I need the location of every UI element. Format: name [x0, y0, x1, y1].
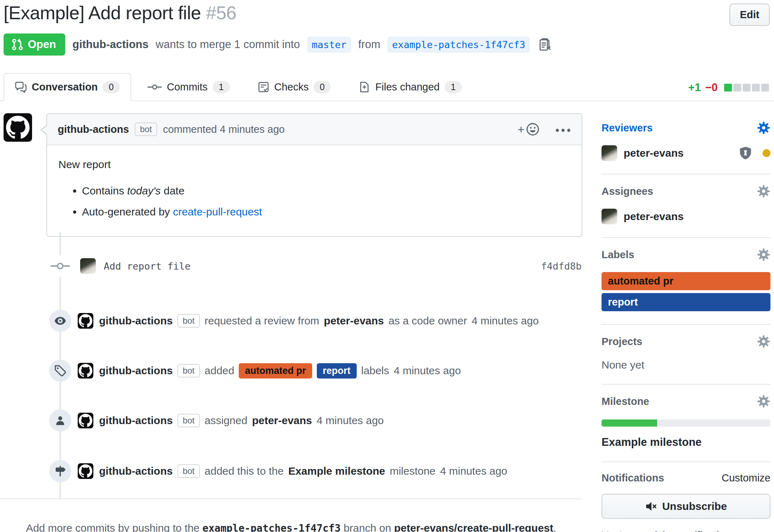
event-actor-avatar[interactable] — [78, 413, 93, 428]
diff-block — [743, 84, 750, 92]
event-author[interactable]: github-actions — [99, 414, 173, 427]
git-commit-icon — [148, 81, 162, 93]
bot-badge: bot — [177, 464, 200, 478]
event-actor-avatar[interactable] — [78, 313, 93, 329]
notifications-header: Notifications Customize — [602, 472, 770, 484]
event-target[interactable]: Example milestone — [288, 465, 385, 477]
assignee-row: peter-evans — [602, 209, 770, 224]
comment-author-avatar[interactable] — [4, 113, 32, 142]
tab-conversation[interactable]: Conversation 0 — [4, 73, 131, 101]
tasklist-icon — [258, 81, 269, 93]
page-title: [Example] Add report file #56 — [4, 2, 236, 24]
comment-kebab-menu[interactable] — [555, 124, 571, 135]
comment-intro: New report — [58, 157, 570, 172]
labels-title: Labels — [602, 249, 634, 261]
person-icon — [49, 410, 71, 432]
diffstat-blocks — [723, 84, 769, 92]
pr-state-badge: Open — [4, 33, 65, 56]
tab-files-changed[interactable]: Files changed 1 — [347, 73, 473, 101]
label-automated-pr[interactable]: automated pr — [239, 363, 312, 379]
event-target[interactable]: peter-evans — [252, 414, 312, 427]
event-text: github-actions bot requested a review fr… — [99, 314, 539, 328]
file-diff-icon — [358, 81, 370, 93]
event-author[interactable]: github-actions — [99, 315, 173, 327]
reviewer-avatar[interactable] — [602, 145, 617, 161]
event-post: as a code owner — [388, 315, 467, 327]
bullet1-em: today's — [127, 185, 161, 197]
tab-checks[interactable]: Checks 0 — [246, 73, 342, 101]
tab-label: Checks — [274, 81, 309, 93]
plus-sign: + — [517, 123, 525, 135]
labels-section: Labels automated pr report — [602, 237, 770, 324]
commit-author-avatar[interactable] — [80, 258, 96, 274]
shield-icon — [738, 146, 753, 160]
head-branch-chip[interactable]: example-patches-1f47cf3 — [387, 37, 530, 53]
tab-commits[interactable]: Commits 1 — [136, 73, 241, 101]
edit-button[interactable]: Edit — [729, 4, 770, 26]
unsubscribe-label: Unsubscribe — [662, 500, 727, 512]
milestone-icon — [49, 460, 71, 482]
customize-link[interactable]: Customize — [722, 472, 770, 484]
comment-author[interactable]: github-actions — [58, 124, 129, 135]
event-actor-avatar[interactable] — [78, 363, 93, 379]
lead-comment: github-actions bot commented 4 minutes a… — [46, 113, 582, 237]
label-report[interactable]: report — [317, 363, 357, 379]
sidebar-label-report[interactable]: report — [602, 293, 770, 311]
event-time: 4 minutes ago — [394, 365, 461, 377]
commit-message[interactable]: Add report file — [104, 261, 191, 272]
assignee-name[interactable]: peter-evans — [624, 210, 683, 223]
comment-body: New report Contains today's date Auto-ge… — [47, 145, 582, 236]
milestone-name[interactable]: Example milestone — [602, 436, 770, 449]
push-note-pre: Add more commits by pushing to the — [26, 522, 202, 532]
event-author[interactable]: github-actions — [99, 465, 173, 477]
timeline-footer-divider — [0, 499, 582, 499]
pr-author[interactable]: github-actions — [72, 38, 149, 51]
pull-request-page: { "header": { "title": "[Example] Add re… — [0, 0, 774, 532]
pr-state-label: Open — [28, 38, 56, 51]
assignee-avatar[interactable] — [602, 209, 617, 224]
push-note-mid: branch on — [341, 522, 394, 532]
copy-branch-icon[interactable] — [538, 38, 551, 51]
event-pre: requested a review from — [205, 315, 319, 327]
push-note-branch: example-patches-1f47cf3 — [202, 522, 341, 532]
event-time: 4 minutes ago — [317, 414, 384, 427]
diff-block — [752, 84, 760, 92]
labels-gear-icon[interactable] — [757, 248, 770, 261]
tab-count: 0 — [314, 81, 331, 93]
bullet2-pre: Auto-generated by — [82, 206, 173, 218]
add-reaction-button[interactable]: + — [517, 122, 540, 136]
assignees-gear-icon[interactable] — [757, 184, 770, 198]
milestone-title: Milestone — [602, 396, 649, 407]
diff-block — [733, 84, 741, 92]
push-note-post: . — [553, 522, 556, 532]
tab-label: Files changed — [375, 81, 440, 93]
notifications-title: Notifications — [602, 472, 664, 484]
commit-sha[interactable]: f4dfd8b — [541, 261, 582, 272]
event-actor-avatar[interactable] — [78, 463, 93, 479]
eye-icon — [49, 310, 71, 332]
bot-badge: bot — [177, 314, 200, 328]
push-note: Add more commits by pushing to the examp… — [0, 522, 582, 532]
sidebar-label-automated-pr[interactable]: automated pr — [602, 272, 770, 290]
tabs: Conversation 0 Commits 1 Checks 0 Files … — [4, 73, 478, 101]
reviewers-gear-icon[interactable] — [757, 121, 770, 135]
comment-header: github-actions bot commented 4 minutes a… — [47, 114, 582, 145]
git-commit-icon — [50, 255, 70, 277]
event-text: github-actions bot assigned peter-evans … — [99, 414, 384, 427]
create-pull-request-link[interactable]: create-pull-request — [173, 206, 262, 218]
base-branch-chip[interactable]: master — [307, 37, 351, 53]
bot-badge: bot — [177, 414, 200, 427]
projects-gear-icon[interactable] — [757, 335, 770, 348]
pr-number: #56 — [206, 2, 236, 23]
event-author[interactable]: github-actions — [99, 365, 173, 377]
tab-count: 0 — [103, 81, 120, 93]
event-post: milestone — [390, 465, 435, 477]
diffstat[interactable]: +1 −0 — [688, 81, 769, 94]
event-target[interactable]: peter-evans — [324, 315, 384, 327]
reviewers-header: Reviewers — [602, 121, 770, 135]
commit-row: Add report file f4dfd8b — [0, 254, 582, 278]
reviewer-name[interactable]: peter-evans — [624, 147, 683, 159]
unsubscribe-button[interactable]: Unsubscribe — [602, 494, 770, 519]
milestone-gear-icon[interactable] — [757, 395, 770, 408]
tab-label: Commits — [167, 81, 207, 93]
